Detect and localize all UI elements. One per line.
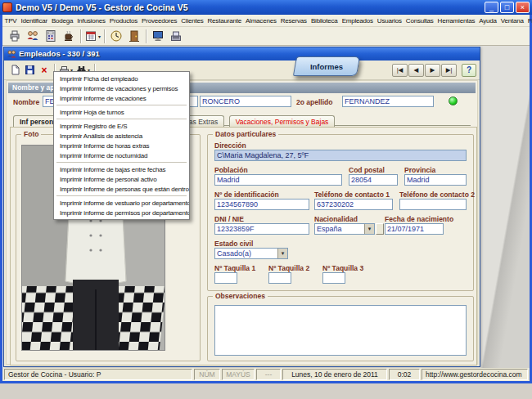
telefono1-label: Teléfono de contacto 1 [314, 191, 390, 199]
estado-civil-combo[interactable]: Casado(a) [214, 248, 288, 259]
taquilla2-field[interactable] [268, 272, 291, 284]
close-button[interactable]: × [516, 2, 530, 13]
window-frame-left [0, 15, 2, 383]
calendar-dropdown-arrow-icon[interactable]: ▾ [98, 34, 101, 39]
minimize-button[interactable]: _ [485, 2, 498, 13]
delete-record-button[interactable]: × [37, 63, 52, 77]
first-record-button[interactable]: |◀ [392, 64, 408, 77]
menu-item-imprimir-informe-vestuario-departamento[interactable]: Imprimir informe de vestuario por depart… [54, 198, 189, 208]
statusbar-url[interactable]: http://www.gestordecocina.com [422, 369, 528, 380]
menu-item-usuarios[interactable]: Usuarios [375, 17, 404, 25]
toolbar-print-button[interactable] [6, 28, 24, 44]
menu-item-productos[interactable]: Productos [107, 17, 139, 25]
new-record-button[interactable] [7, 63, 22, 77]
menu-item-imprimir-informe-personas-dentro[interactable]: Imprimir Informe de personas que están d… [54, 184, 189, 194]
menubar: TPV Identificar Bodega Infusiones Produc… [2, 15, 530, 27]
menu-item-proveedores[interactable]: Proveedores [140, 17, 179, 25]
nacionalidad-lookup-button[interactable] [376, 223, 384, 235]
poblacion-label: Población [214, 166, 248, 174]
dni-nie-label: DNI / NIE [214, 215, 244, 223]
print-dropdown-menu: Imprimir Ficha del empleado Imprimir Inf… [53, 71, 190, 220]
menu-separator [56, 105, 187, 105]
observaciones-group: Observaciones [207, 296, 474, 361]
toolbar-calendar-button[interactable]: ▾ [83, 28, 101, 44]
next-record-button[interactable]: ▶ [425, 64, 440, 77]
save-record-button[interactable] [22, 63, 37, 77]
toolbar-calculator-button[interactable] [42, 28, 60, 44]
menu-item-ayuda[interactable]: Ayuda [477, 17, 499, 25]
toolbar-coffee-button[interactable] [60, 28, 78, 44]
maximize-button[interactable]: □ [500, 2, 514, 13]
menu-separator [56, 195, 187, 196]
num-identificacion-field[interactable]: 1234567890 [214, 199, 309, 210]
menu-item-imprimir-registro-es[interactable]: Imprimir Registro de E/S [54, 121, 189, 131]
direccion-field[interactable]: C\Maria Magdalena, 27, 5ºF [214, 150, 467, 161]
save-floppy-icon [25, 65, 35, 75]
menu-item-consultas[interactable]: Consultas [404, 17, 435, 25]
menu-item-almacenes[interactable]: Almacenes [243, 17, 278, 25]
menu-item-imprimir-informe-personal-activo[interactable]: Imprimir Informe de personal activo [54, 174, 189, 184]
last-record-button[interactable]: ▶| [441, 64, 457, 77]
menu-item-imprimir-informe-bajas-entre-fechas[interactable]: Imprimir Informe de bajas entre fechas [54, 164, 189, 174]
printer-icon [8, 29, 21, 43]
menu-item-restaurante[interactable]: Restaurante [205, 17, 243, 25]
app-title: Demo V5 / Demo V5 - Gestor de Cocina V5 [16, 2, 483, 12]
toolbar-cash-register-button[interactable] [167, 28, 185, 44]
menu-item-reservas[interactable]: Reservas [278, 17, 309, 25]
nombre-label: Nombre [13, 98, 39, 106]
telefono1-field[interactable]: 637230202 [314, 199, 393, 210]
taquilla2-label: Nº Taquilla 2 [268, 264, 309, 272]
menu-item-imprimir-hoja-turnos[interactable]: Imprimir Hoja de turnos [54, 107, 189, 117]
apellido2-field[interactable]: FERNANDEZ [342, 96, 434, 107]
estado-civil-label: Estado civil [214, 240, 253, 248]
menu-item-imprimir-informe-vacaciones-permisos[interactable]: Imprimir Informe de vacaciones y permiso… [54, 83, 189, 93]
toolbar-tpv-terminal-button[interactable] [149, 28, 167, 44]
help-button[interactable]: ? [462, 64, 476, 77]
empleados-titlebar[interactable]: Empleados - 330 / 391 [4, 47, 480, 61]
taquilla3-field[interactable] [322, 272, 345, 284]
cod-postal-field[interactable]: 28054 [349, 174, 398, 186]
statusbar-time: 0:02 [389, 369, 420, 380]
menu-item-herramientas[interactable]: Herramientas [435, 17, 477, 25]
toolbar-clock-button[interactable] [107, 28, 125, 44]
telefono2-field[interactable] [399, 199, 467, 210]
menu-item-ventana[interactable]: Ventana [498, 17, 525, 25]
toolbar-employees-button[interactable] [24, 28, 42, 44]
menu-separator [56, 162, 187, 163]
nacionalidad-combo[interactable]: España [314, 223, 375, 235]
dni-nie-field[interactable]: 12323859F [214, 223, 309, 235]
taquilla1-field[interactable] [214, 272, 237, 284]
menu-item-fin[interactable]: Fin [525, 17, 532, 25]
record-navigation: |◀ ◀ ▶ ▶| [392, 64, 457, 77]
poblacion-field[interactable]: Madrid [214, 174, 342, 186]
menu-item-infusiones[interactable]: Infusiones [75, 17, 107, 25]
coffee-icon [62, 29, 75, 43]
apellido1-field[interactable]: RONCERO [200, 96, 291, 107]
calculator-icon [44, 29, 57, 43]
window-frame-bottom [0, 381, 532, 383]
app-titlebar: Demo V5 / Demo V5 - Gestor de Cocina V5 … [0, 0, 532, 15]
provincia-field[interactable]: Madrid [404, 174, 467, 186]
tab-vacaciones-permisos-bajas[interactable]: Vacaciones, Permisos y Bajas [229, 115, 336, 128]
informes-callout: Informes [293, 56, 360, 76]
menu-separator [56, 119, 187, 119]
menu-item-biblioteca[interactable]: Biblioteca [309, 17, 340, 25]
menu-item-imprimir-analisis-asistencia[interactable]: Imprimir Análisis de asistencia [54, 131, 189, 141]
menu-item-imprimir-informe-vacaciones[interactable]: Imprimir Informe de vacaciones [54, 93, 189, 103]
menu-item-imprimir-informe-permisos-departamento[interactable]: Imprimir informe de permisos por departa… [54, 208, 189, 217]
menu-item-imprimir-ficha-empleado[interactable]: Imprimir Ficha del empleado [54, 74, 189, 83]
toolbar-exit-door-button[interactable] [125, 28, 143, 44]
main-toolbar: ▾ [2, 27, 530, 46]
menu-item-bodega[interactable]: Bodega [49, 17, 74, 25]
previous-record-button[interactable]: ◀ [408, 64, 424, 77]
nacionalidad-label: Nacionalidad [314, 215, 358, 223]
menu-item-identificar[interactable]: Identificar [19, 17, 49, 25]
observaciones-textarea[interactable] [214, 305, 467, 356]
menu-item-empleados[interactable]: Empleados [340, 17, 375, 25]
menu-item-clientes[interactable]: Clientes [179, 17, 205, 25]
menu-item-imprimir-informe-horas-extras[interactable]: Imprimir Informe de horas extras [54, 141, 189, 150]
toolbar-separator [80, 29, 81, 43]
fecha-nacimiento-field[interactable]: 21/07/1971 [385, 223, 444, 235]
menu-item-tpv[interactable]: TPV [2, 17, 19, 25]
menu-item-imprimir-informe-nocturnidad[interactable]: Imprimir Informe de nocturnidad [54, 150, 189, 160]
